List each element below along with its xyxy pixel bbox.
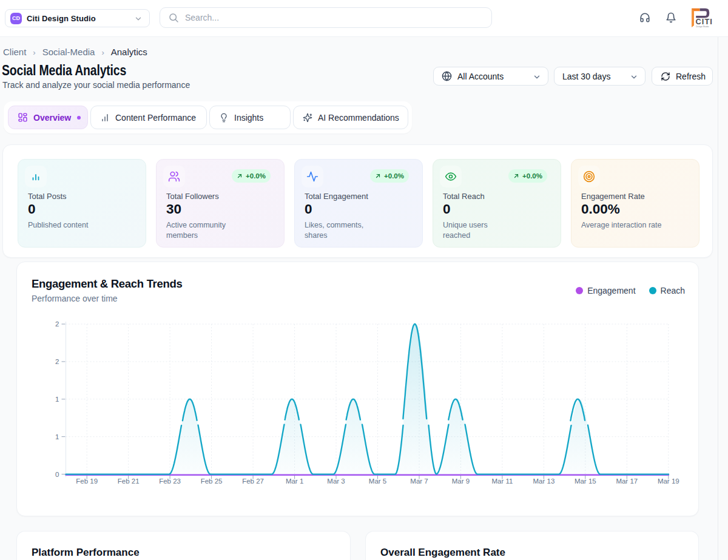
svg-text:Feb 21: Feb 21 — [118, 477, 140, 485]
svg-text:2: 2 — [55, 320, 59, 328]
svg-text:Mar 9: Mar 9 — [452, 477, 470, 485]
svg-text:Feb 23: Feb 23 — [159, 477, 181, 485]
svg-text:1: 1 — [55, 433, 59, 440]
svg-text:Feb 25: Feb 25 — [201, 477, 223, 485]
svg-text:0: 0 — [55, 471, 59, 478]
svg-text:Mar 11: Mar 11 — [491, 477, 513, 485]
svg-text:1: 1 — [55, 396, 59, 403]
svg-text:Mar 5: Mar 5 — [369, 477, 386, 485]
svg-text:Mar 19: Mar 19 — [658, 477, 679, 485]
svg-text:Feb 19: Feb 19 — [76, 477, 98, 485]
svg-text:Mar 13: Mar 13 — [533, 477, 555, 485]
svg-text:Mar 3: Mar 3 — [327, 477, 345, 485]
svg-text:Mar 15: Mar 15 — [575, 477, 596, 485]
svg-text:Mar 1: Mar 1 — [286, 477, 303, 485]
svg-text:2: 2 — [55, 358, 59, 365]
svg-text:Mar 17: Mar 17 — [616, 477, 638, 485]
svg-text:Feb 27: Feb 27 — [242, 477, 264, 485]
svg-text:Design Studio: Design Studio — [696, 25, 709, 28]
svg-text:Mar 7: Mar 7 — [410, 477, 428, 485]
